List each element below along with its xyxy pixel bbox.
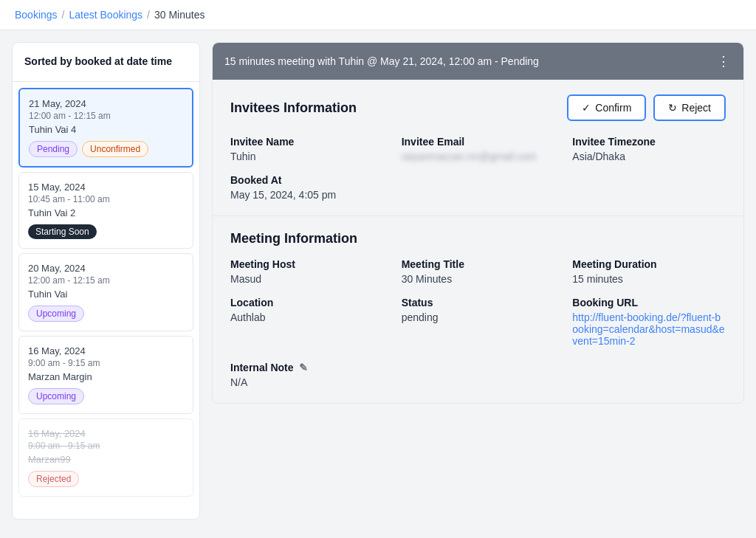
- detail-header: 15 minutes meeting with Tuhin @ May 21, …: [213, 43, 743, 80]
- breadcrumb-current: 30 Minutes: [154, 9, 205, 21]
- booking-url-label: Booking URL: [572, 297, 726, 308]
- badge-row-1: Pending Unconfirmed: [29, 141, 183, 157]
- check-icon: ✓: [582, 102, 591, 114]
- meeting-duration-label: Meeting Duration: [572, 258, 726, 270]
- badge-pending-1: Pending: [29, 141, 78, 157]
- booking-item-3[interactable]: 20 May, 2024 12:00 am - 12:15 am Tuhin V…: [18, 253, 193, 331]
- reject-label: Reject: [681, 102, 711, 114]
- edit-icon[interactable]: ✎: [299, 362, 308, 373]
- meeting-status-label: Status: [402, 297, 555, 308]
- booking-name-5: Marzan99: [28, 454, 184, 465]
- booking-item-2[interactable]: 15 May, 2024 10:45 am - 11:00 am Tuhin V…: [18, 172, 193, 249]
- breadcrumb-latest-bookings[interactable]: Latest Bookings: [69, 9, 142, 21]
- invitee-name-value: Tuhin: [230, 151, 384, 162]
- sidebar: Sorted by booked at date time 21 May, 20…: [12, 42, 200, 520]
- detail-header-title: 15 minutes meeting with Tuhin @ May 21, …: [224, 55, 539, 67]
- invitees-section: Invitees Information ✓ Confirm ↻ Reject: [213, 80, 743, 215]
- reject-button[interactable]: ↻ Reject: [653, 94, 726, 121]
- invitees-info-grid: Invitee Name Tuhin Invitee Email raiyanm…: [230, 136, 726, 162]
- invitees-section-title: Invitees Information: [230, 100, 357, 116]
- booking-list: 21 May, 2024 12:00 am - 12:15 am Tuhin V…: [13, 82, 199, 503]
- internal-note-item: Internal Note ✎ N/A: [230, 362, 726, 388]
- breadcrumb-bar: Bookings / Latest Bookings / 30 Minutes: [0, 0, 756, 30]
- meeting-location-value: Authlab: [230, 311, 384, 323]
- booking-date-2: 15 May, 2024: [28, 182, 184, 193]
- invitee-timezone-item: Invitee Timezone Asia/Dhaka: [572, 136, 726, 162]
- action-buttons: ✓ Confirm ↻ Reject: [567, 94, 726, 121]
- booking-time-2: 10:45 am - 11:00 am: [28, 194, 184, 204]
- main-layout: Sorted by booked at date time 21 May, 20…: [0, 30, 756, 531]
- confirm-label: Confirm: [595, 102, 631, 114]
- meeting-section: Meeting Information Meeting Host Masud M…: [213, 216, 743, 403]
- meeting-title-label: Meeting Title: [402, 258, 555, 270]
- refresh-icon: ↻: [668, 102, 677, 114]
- internal-note-label: Internal Note ✎: [230, 362, 308, 373]
- meeting-location-label: Location: [230, 297, 384, 308]
- meeting-section-title: Meeting Information: [230, 231, 726, 246]
- three-dots-menu[interactable]: ⋮: [717, 53, 732, 69]
- meeting-host-label: Meeting Host: [230, 258, 384, 270]
- breadcrumb-bookings[interactable]: Bookings: [15, 9, 58, 21]
- booking-time-1: 12:00 am - 12:15 am: [29, 111, 183, 121]
- invitee-email-value: raiyanmarzan.rm@gmail.com: [402, 151, 555, 162]
- internal-note-value: N/A: [230, 376, 726, 388]
- invitee-timezone-label: Invitee Timezone: [572, 136, 726, 148]
- booking-date-1: 21 May, 2024: [29, 98, 183, 109]
- breadcrumb-sep-2: /: [147, 9, 150, 21]
- booked-at-label: Booked At: [230, 174, 726, 186]
- booking-url-value[interactable]: http://fluent-booking.de/?fluent-booking…: [572, 311, 726, 347]
- booking-time-4: 9:00 am - 9:15 am: [28, 358, 184, 368]
- meeting-host-value: Masud: [230, 273, 384, 285]
- badge-unconfirmed-1: Unconfirmed: [82, 141, 148, 157]
- booking-time-5: 9:00 am - 9:15 am: [28, 441, 184, 451]
- meeting-title-item: Meeting Title 30 Minutes: [402, 258, 555, 285]
- booking-date-4: 16 May, 2024: [28, 345, 184, 356]
- badge-row-5: Rejected: [28, 471, 184, 487]
- meeting-status-item: Status pending: [402, 297, 555, 347]
- breadcrumb-sep-1: /: [62, 9, 65, 21]
- booking-item-4[interactable]: 16 May, 2024 9:00 am - 9:15 am Marzan Ma…: [18, 336, 193, 414]
- invitee-timezone-value: Asia/Dhaka: [572, 151, 726, 162]
- badge-row-4: Upcoming: [28, 388, 184, 404]
- booking-date-5: 16 May, 2024: [28, 428, 184, 439]
- meeting-location-item: Location Authlab: [230, 297, 384, 347]
- badge-row-2: Starting Soon: [28, 224, 184, 239]
- booking-item-1[interactable]: 21 May, 2024 12:00 am - 12:15 am Tuhin V…: [18, 88, 193, 168]
- badge-upcoming-3: Upcoming: [28, 306, 84, 322]
- booking-name-4: Marzan Margin: [28, 371, 184, 382]
- booking-name-3: Tuhin Vai: [28, 289, 184, 300]
- meeting-status-value: pending: [402, 311, 555, 323]
- meeting-host-item: Meeting Host Masud: [230, 258, 384, 285]
- booking-date-3: 20 May, 2024: [28, 263, 184, 274]
- badge-rejected-5: Rejected: [28, 471, 79, 487]
- booking-url-item: Booking URL http://fluent-booking.de/?fl…: [572, 297, 726, 347]
- confirm-button[interactable]: ✓ Confirm: [567, 94, 646, 121]
- detail-container: 15 minutes meeting with Tuhin @ May 21, …: [212, 42, 744, 404]
- invitee-email-item: Invitee Email raiyanmarzan.rm@gmail.com: [402, 136, 555, 162]
- meeting-title-value: 30 Minutes: [402, 273, 555, 285]
- booking-name-1: Tuhin Vai 4: [29, 124, 183, 135]
- invitees-header-row: Invitees Information ✓ Confirm ↻ Reject: [230, 94, 726, 121]
- invitee-name-label: Invitee Name: [230, 136, 384, 148]
- invitee-name-item: Invitee Name Tuhin: [230, 136, 384, 162]
- sidebar-sort-label: Sorted by booked at date time: [24, 55, 188, 69]
- sidebar-header: Sorted by booked at date time: [13, 43, 199, 82]
- booking-time-3: 12:00 am - 12:15 am: [28, 275, 184, 286]
- content-area: 15 minutes meeting with Tuhin @ May 21, …: [212, 42, 744, 520]
- badge-starting-soon-2: Starting Soon: [28, 224, 97, 239]
- booking-name-2: Tuhin Vai 2: [28, 207, 184, 218]
- badge-row-3: Upcoming: [28, 306, 184, 322]
- invitee-email-label: Invitee Email: [402, 136, 555, 148]
- booked-at-item: Booked At May 15, 2024, 4:05 pm: [230, 174, 726, 201]
- meeting-info-grid: Meeting Host Masud Meeting Title 30 Minu…: [230, 258, 726, 347]
- meeting-duration-item: Meeting Duration 15 minutes: [572, 258, 726, 285]
- meeting-duration-value: 15 minutes: [572, 273, 726, 285]
- booking-item-5[interactable]: 16 May, 2024 9:00 am - 9:15 am Marzan99 …: [18, 418, 193, 497]
- badge-upcoming-4: Upcoming: [28, 388, 84, 404]
- booked-at-value: May 15, 2024, 4:05 pm: [230, 189, 726, 201]
